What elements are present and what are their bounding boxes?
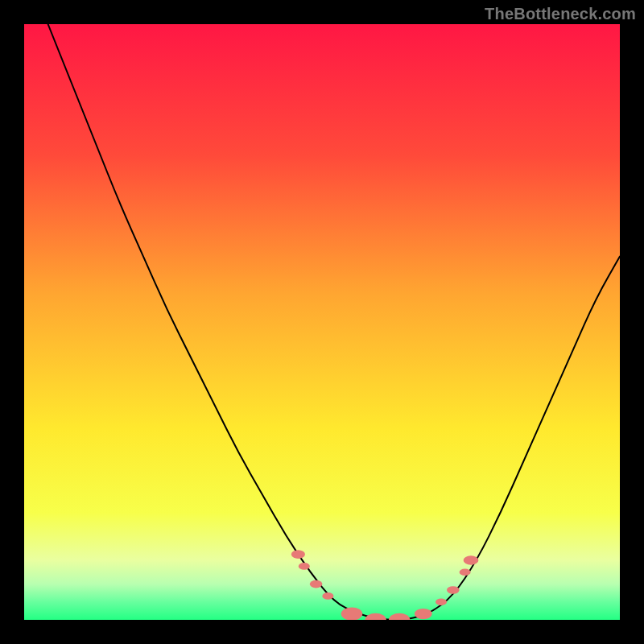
curve-marker — [447, 586, 460, 594]
curve-marker — [464, 555, 479, 565]
curve-marker — [341, 607, 363, 620]
curve-marker — [460, 568, 471, 576]
curve-marker — [291, 550, 305, 559]
curve-marker — [299, 563, 310, 570]
curve-layer — [24, 24, 620, 620]
watermark-text: TheBottleneck.com — [485, 5, 636, 23]
curve-marker — [415, 609, 432, 619]
marker-group — [291, 550, 479, 620]
plot-area — [24, 24, 620, 620]
curve-marker — [365, 613, 386, 620]
curve-marker — [310, 580, 323, 588]
bottleneck-curve — [48, 24, 620, 620]
curve-marker — [436, 598, 447, 605]
curve-marker — [322, 592, 333, 600]
curve-marker — [389, 613, 411, 620]
chart-frame: TheBottleneck.com — [0, 0, 644, 644]
